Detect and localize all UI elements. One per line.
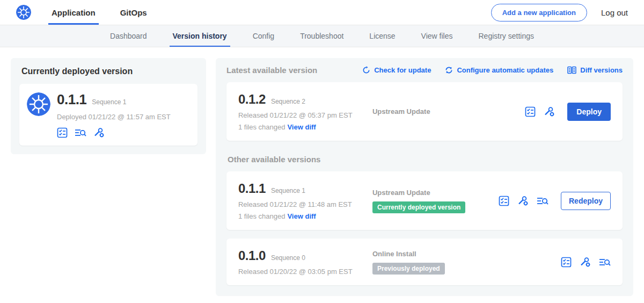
files-changed: 1 files changed <box>238 123 285 131</box>
view-diff-link[interactable]: View diff <box>287 212 316 220</box>
app-logo[interactable] <box>16 0 31 25</box>
currently-deployed-panel: Currently deployed version 0.1.1 Sequenc… <box>11 58 206 154</box>
subnav-dashboard[interactable]: Dashboard <box>97 25 160 47</box>
tab-application[interactable]: Application <box>48 0 99 25</box>
available-versions-panel: Latest available version Check for updat… <box>216 58 633 296</box>
deployed-sequence: Sequence 1 <box>92 98 126 106</box>
version-number: 0.1.2 <box>238 92 266 107</box>
files-changed: 1 files changed <box>238 212 285 220</box>
view-logs-icon[interactable] <box>75 127 86 138</box>
header-right: Add a new application Log out <box>491 0 628 25</box>
edit-config-icon[interactable] <box>517 196 529 206</box>
version-released: Released 01/20/22 @ 03:05 pm EST <box>238 268 372 276</box>
version-released: Released 01/21/22 @ 05:37 pm EST <box>238 111 372 119</box>
logout-button[interactable]: Log out <box>601 8 628 17</box>
version-sequence: Sequence 1 <box>271 187 305 194</box>
auto-update-icon <box>445 66 453 74</box>
deployed-version-number: 0.1.1 <box>57 91 86 108</box>
previously-deployed-badge: Previously deployed <box>372 263 445 275</box>
version-number: 0.1.0 <box>238 248 266 263</box>
other-available-title: Other available versions <box>228 155 623 164</box>
diff-icon <box>567 66 576 74</box>
version-sequence: Sequence 2 <box>271 98 305 105</box>
app-header: Application GitOps Add a new application… <box>0 0 644 25</box>
release-notes-icon[interactable] <box>561 257 572 268</box>
latest-available-title: Latest available version <box>226 66 317 75</box>
kubernetes-logo-icon <box>27 92 50 116</box>
currently-deployed-title: Currently deployed version <box>21 67 197 76</box>
check-for-update-link[interactable]: Check for update <box>362 66 431 74</box>
version-released: Released 01/21/22 @ 11:48 am EST <box>238 200 372 208</box>
version-source: Upstream Update <box>372 189 499 197</box>
version-card-latest: 0.1.2 Sequence 2 Released 01/21/22 @ 05:… <box>226 82 623 141</box>
configure-automatic-updates-link[interactable]: Configure automatic updates <box>445 66 553 74</box>
view-diff-link[interactable]: View diff <box>287 123 316 131</box>
subnav-license[interactable]: License <box>356 25 408 47</box>
refresh-icon <box>362 66 370 74</box>
release-notes-icon[interactable] <box>525 106 536 117</box>
version-card-0-1-0: 0.1.0 Sequence 0 Released 01/20/22 @ 03:… <box>226 239 623 285</box>
release-notes-icon[interactable] <box>57 127 68 138</box>
deploy-button[interactable]: Deploy <box>567 103 611 121</box>
deployed-version-card: 0.1.1 Sequence 1 Deployed 01/21/22 @ 11:… <box>19 84 197 146</box>
main-content: Currently deployed version 0.1.1 Sequenc… <box>0 47 644 296</box>
version-source: Upstream Update <box>372 107 499 116</box>
subnav-view-files[interactable]: View files <box>408 25 466 47</box>
subnav-registry-settings[interactable]: Registry settings <box>466 25 547 47</box>
kubernetes-logo-icon <box>16 5 31 20</box>
app-subnav: Dashboard Version history Config Trouble… <box>0 25 644 47</box>
version-card-0-1-1: 0.1.1 Sequence 1 Released 01/21/22 @ 11:… <box>226 171 623 230</box>
edit-config-icon[interactable] <box>580 257 591 268</box>
tab-gitops[interactable]: GitOps <box>117 0 150 25</box>
version-source: Online Install <box>372 250 499 258</box>
redeploy-button[interactable]: Redeploy <box>561 192 611 210</box>
subnav-troubleshoot[interactable]: Troubleshoot <box>287 25 356 47</box>
currently-deployed-badge: Currently deployed version <box>372 201 465 213</box>
deployed-timestamp: Deployed 01/21/22 @ 11:57 am EST <box>57 113 171 121</box>
edit-config-icon[interactable] <box>544 106 555 117</box>
view-logs-icon[interactable] <box>599 257 611 268</box>
view-logs-icon[interactable] <box>537 196 548 206</box>
subnav-config[interactable]: Config <box>240 25 287 47</box>
subnav-version-history[interactable]: Version history <box>160 25 240 47</box>
version-number: 0.1.1 <box>238 181 266 196</box>
release-notes-icon[interactable] <box>499 196 509 206</box>
add-new-application-button[interactable]: Add a new application <box>491 4 587 21</box>
version-sequence: Sequence 0 <box>271 254 305 262</box>
diff-versions-link[interactable]: Diff versions <box>567 66 623 74</box>
edit-config-icon[interactable] <box>93 127 105 138</box>
